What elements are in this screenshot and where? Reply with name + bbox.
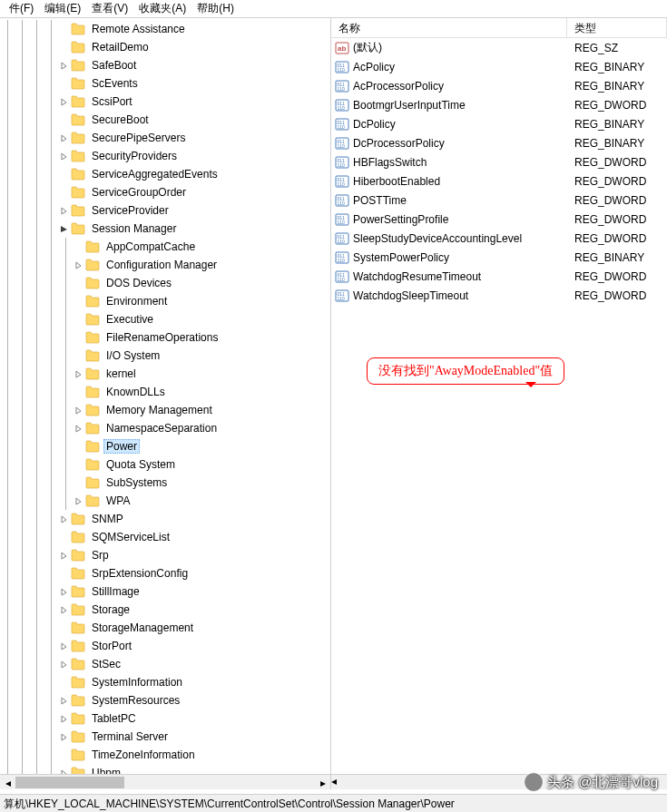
menu-favorites[interactable]: 收藏夹(A): [133, 1, 191, 16]
scroll-left-icon[interactable]: ◂: [0, 775, 15, 789]
tree-item-label: Quota System: [103, 458, 178, 471]
chevron-right-icon[interactable]: [58, 96, 69, 107]
menu-edit[interactable]: 编辑(E): [39, 1, 86, 16]
chevron-right-icon[interactable]: [73, 495, 83, 506]
value-row[interactable]: 011110HBFlagsSwitchREG_DWORD: [331, 152, 667, 171]
tree-item[interactable]: SrpExtensionConfig: [0, 564, 330, 582]
chevron-right-icon[interactable]: [73, 368, 83, 379]
tree-item[interactable]: Memory Management: [0, 401, 330, 419]
tree-item-label: Remote Assistance: [89, 23, 188, 35]
chevron-down-icon[interactable]: [58, 223, 69, 234]
folder-icon: [71, 730, 85, 743]
value-row[interactable]: 011110DcPolicyREG_BINARY: [331, 114, 667, 133]
tree-item[interactable]: Configuration Manager: [0, 256, 330, 274]
tree-item[interactable]: StorageManagement: [0, 619, 330, 637]
value-row[interactable]: ab(默认)REG_SZ: [331, 38, 667, 57]
folder-icon: [85, 404, 100, 416]
folder-icon: [71, 531, 85, 543]
tree-item[interactable]: SQMServiceList: [0, 528, 330, 546]
chevron-right-icon[interactable]: [58, 514, 69, 524]
tree-item[interactable]: I/O System: [0, 347, 330, 365]
tree-item[interactable]: Session Manager: [0, 220, 330, 238]
tree-item[interactable]: KnownDLLs: [0, 383, 330, 401]
column-header-name[interactable]: 名称: [331, 18, 567, 37]
tree-item[interactable]: ServiceProvider: [0, 201, 330, 220]
chevron-right-icon[interactable]: [58, 713, 69, 724]
tree-item[interactable]: Terminal Server: [0, 728, 330, 746]
menu-view[interactable]: 查看(V): [86, 1, 133, 16]
menu-file[interactable]: 件(F): [4, 1, 39, 16]
tree-item[interactable]: StillImage: [0, 582, 330, 601]
folder-icon: [71, 113, 85, 126]
chevron-right-icon[interactable]: [58, 550, 69, 561]
chevron-right-icon[interactable]: [58, 586, 69, 597]
tree-hscrollbar[interactable]: ◂ ▸: [0, 774, 330, 789]
tree-item[interactable]: ServiceGroupOrder: [0, 183, 330, 201]
tree-item-label: Environment: [103, 295, 170, 308]
tree-item[interactable]: StorPort: [0, 637, 330, 655]
tree-item[interactable]: Srp: [0, 546, 330, 564]
chevron-right-icon[interactable]: [58, 659, 69, 670]
tree-item[interactable]: SecureBoot: [0, 111, 330, 129]
tree-item[interactable]: Environment: [0, 292, 330, 310]
folder-icon: [71, 676, 85, 689]
chevron-right-icon[interactable]: [58, 60, 69, 71]
value-row[interactable]: 011110PowerSettingProfileREG_DWORD: [331, 210, 667, 229]
tree-item[interactable]: SafeBoot: [0, 56, 330, 74]
tree-item[interactable]: ServiceAggregatedEvents: [0, 165, 330, 183]
value-row[interactable]: 011110POSTTimeREG_DWORD: [331, 191, 667, 210]
tree-item[interactable]: Executive: [0, 310, 330, 328]
column-header-type[interactable]: 类型: [567, 18, 667, 37]
tree-item[interactable]: RetailDemo: [0, 38, 330, 56]
tree-item-label: Memory Management: [103, 404, 215, 416]
chevron-right-icon[interactable]: [58, 731, 69, 742]
value-row[interactable]: 011110SleepStudyDeviceAccountingLevelREG…: [331, 229, 667, 248]
chevron-right-icon[interactable]: [58, 151, 69, 161]
tree-item[interactable]: Storage: [0, 601, 330, 619]
tree-item[interactable]: Power: [0, 437, 330, 455]
value-row[interactable]: 011110SystemPowerPolicyREG_BINARY: [331, 248, 667, 267]
tree-item-label: SQMServiceList: [89, 531, 172, 543]
tree-item[interactable]: SecurityProviders: [0, 147, 330, 165]
tree-item-label: FileRenameOperations: [103, 331, 221, 344]
tree-item[interactable]: ScsiPort: [0, 93, 330, 111]
tree-item[interactable]: kernel: [0, 365, 330, 383]
chevron-right-icon[interactable]: [73, 259, 83, 270]
chevron-right-icon[interactable]: [73, 405, 83, 416]
chevron-right-icon[interactable]: [58, 641, 69, 651]
value-row[interactable]: 011110WatchdogResumeTimeoutREG_DWORD: [331, 267, 667, 286]
menu-help[interactable]: 帮助(H): [191, 1, 240, 16]
tree-item[interactable]: TabletPC: [0, 709, 330, 728]
tree-item[interactable]: TimeZoneInformation: [0, 746, 330, 764]
scroll-thumb[interactable]: [15, 777, 124, 788]
tree-item[interactable]: WPA: [0, 492, 330, 510]
folder-icon: [71, 59, 85, 72]
chevron-right-icon[interactable]: [58, 205, 69, 216]
tree-item[interactable]: AppCompatCache: [0, 238, 330, 256]
value-row[interactable]: 011110AcPolicyREG_BINARY: [331, 57, 667, 76]
value-row[interactable]: 011110HiberbootEnabledREG_DWORD: [331, 171, 667, 191]
chevron-right-icon[interactable]: [58, 695, 69, 706]
folder-icon: [71, 585, 85, 598]
value-type: REG_SZ: [571, 42, 667, 54]
value-row[interactable]: 011110BootmgrUserInputTimeREG_DWORD: [331, 95, 667, 114]
chevron-right-icon[interactable]: [58, 132, 69, 143]
tree-item[interactable]: ScEvents: [0, 74, 330, 93]
tree-item[interactable]: SNMP: [0, 510, 330, 528]
value-row[interactable]: 011110AcProcessorPolicyREG_BINARY: [331, 76, 667, 95]
tree-item[interactable]: StSec: [0, 655, 330, 673]
chevron-right-icon[interactable]: [58, 604, 69, 615]
tree-item[interactable]: SecurePipeServers: [0, 129, 330, 147]
value-row[interactable]: 011110DcProcessorPolicyREG_BINARY: [331, 133, 667, 152]
value-row[interactable]: 011110WatchdogSleepTimeoutREG_DWORD: [331, 286, 667, 305]
tree-item[interactable]: SystemInformation: [0, 673, 330, 691]
tree-item[interactable]: FileRenameOperations: [0, 328, 330, 347]
chevron-right-icon[interactable]: [73, 423, 83, 434]
tree-item[interactable]: SubSystems: [0, 474, 330, 492]
tree-item[interactable]: Quota System: [0, 455, 330, 474]
tree-item[interactable]: DOS Devices: [0, 274, 330, 292]
tree-item[interactable]: SystemResources: [0, 691, 330, 709]
scroll-right-icon[interactable]: ▸: [315, 775, 330, 789]
tree-item[interactable]: NamespaceSeparation: [0, 419, 330, 437]
tree-item[interactable]: Remote Assistance: [0, 20, 330, 38]
